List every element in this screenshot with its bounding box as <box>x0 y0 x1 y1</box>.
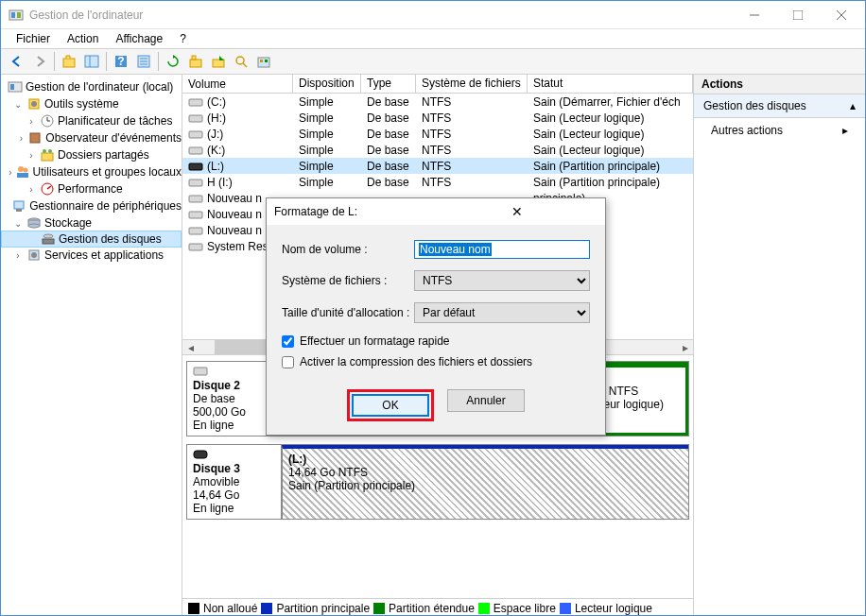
expand-icon[interactable]: › <box>9 167 11 178</box>
vol-type: De base <box>361 128 416 141</box>
disk-3-block: Disque 3 Amovible 14,64 Go En ligne (L:)… <box>186 444 689 520</box>
actions-sub-label: Gestion des disques <box>703 99 806 112</box>
col-status[interactable]: Statut <box>528 75 693 93</box>
legend-label: Espace libre <box>494 602 556 615</box>
vol-name: (C:) <box>207 95 226 109</box>
volume-row[interactable]: (H:)SimpleDe baseNTFSSain (Lecteur logiq… <box>182 110 693 126</box>
svg-rect-53 <box>189 163 202 170</box>
tree-label: Gestion des disques <box>59 232 162 246</box>
minimize-button[interactable] <box>733 1 776 29</box>
filesystem-select[interactable]: NTFS <box>414 270 590 291</box>
tree-shared[interactable]: ›Dossiers partagés <box>1 146 182 163</box>
vol-disp: Simple <box>293 128 361 141</box>
legend-swatch-free <box>478 603 490 614</box>
vol-type: De base <box>361 111 416 125</box>
menu-file[interactable]: Fichier <box>9 30 58 47</box>
disk-3-info[interactable]: Disque 3 Amovible 14,64 Go En ligne <box>187 445 282 519</box>
partition-selected[interactable]: (L:) 14,64 Go NTFS Sain (Partition princ… <box>282 445 688 519</box>
refresh-button[interactable] <box>163 51 183 72</box>
legend: Non alloué Partition principale Partitio… <box>182 598 693 616</box>
expand-icon[interactable]: › <box>18 133 26 144</box>
tree-storage[interactable]: ⌄Stockage <box>1 214 182 231</box>
col-type[interactable]: Type <box>361 75 416 93</box>
expand-icon[interactable]: › <box>12 250 24 261</box>
up-button[interactable] <box>59 51 79 72</box>
menu-action[interactable]: Action <box>60 30 106 47</box>
collapse-icon[interactable]: ⌄ <box>12 218 24 229</box>
tree-diskmgmt[interactable]: Gestion des disques <box>1 231 182 248</box>
maximize-button[interactable] <box>776 1 820 29</box>
svg-point-46 <box>43 234 53 238</box>
vol-stat: Sain (Partition principale) <box>528 176 693 189</box>
properties-button[interactable] <box>133 51 154 72</box>
volume-row[interactable]: (J:)SimpleDe baseNTFSSain (Lecteur logiq… <box>182 126 693 142</box>
vol-name: H (I:) <box>207 176 233 189</box>
part-status: Sain (Partition principale) <box>288 479 415 492</box>
tree-root[interactable]: Gestion de l'ordinateur (local) <box>1 78 182 95</box>
svg-rect-60 <box>194 451 207 458</box>
toolbar-icon-2[interactable] <box>208 51 229 72</box>
collapse-icon[interactable]: ⌄ <box>12 99 24 110</box>
svg-point-48 <box>31 252 37 258</box>
quick-format-checkbox[interactable] <box>282 335 294 348</box>
compression-label: Activer la compression des fichiers et d… <box>300 355 532 368</box>
svg-line-20 <box>243 63 247 67</box>
svg-rect-4 <box>793 10 803 20</box>
svg-rect-17 <box>192 56 196 60</box>
svg-rect-31 <box>30 133 40 143</box>
svg-rect-58 <box>189 244 202 250</box>
volume-name-input[interactable]: Nouveau nom <box>414 240 590 259</box>
col-filesystem[interactable]: Système de fichiers <box>416 75 528 93</box>
volume-row[interactable]: (K:)SimpleDe baseNTFSSain (Lecteur logiq… <box>182 142 693 158</box>
chevron-right-icon: ▸ <box>842 124 848 137</box>
toolbar-icon-1[interactable] <box>185 51 206 72</box>
tree-eventviewer[interactable]: ›Observateur d'événements <box>1 129 182 146</box>
disk-status: En ligne <box>193 502 234 515</box>
back-button[interactable] <box>7 51 27 72</box>
vol-type: De base <box>361 144 416 157</box>
vol-name: Nouveau n <box>207 208 262 221</box>
tree-scheduler[interactable]: ›Planificateur de tâches <box>1 112 182 129</box>
tree-devmgr[interactable]: Gestionnaire de périphériques <box>1 197 182 214</box>
close-button[interactable] <box>820 1 863 29</box>
compression-checkbox[interactable] <box>282 356 294 368</box>
legend-label: Partition étendue <box>389 602 475 615</box>
menu-view[interactable]: Affichage <box>108 30 170 47</box>
col-volume[interactable]: Volume <box>182 75 293 93</box>
tree-label: Utilisateurs et groupes locaux <box>33 165 182 179</box>
tree-services[interactable]: ›Services et applications <box>1 247 182 264</box>
svg-rect-23 <box>265 60 268 62</box>
dialog-close-button[interactable]: ✕ <box>436 204 598 219</box>
legend-swatch-ext <box>373 603 385 614</box>
svg-rect-32 <box>42 153 53 161</box>
svg-rect-51 <box>189 131 202 138</box>
navigation-tree: Gestion de l'ordinateur (local) ⌄Outils … <box>1 75 182 616</box>
toolbar-icon-3[interactable] <box>231 51 251 72</box>
show-hide-tree-button[interactable] <box>81 51 102 72</box>
tree-performance[interactable]: ›Performance <box>1 180 182 197</box>
tree-systools[interactable]: ⌄Outils système <box>1 95 182 112</box>
expand-icon[interactable]: › <box>26 184 37 195</box>
col-disposition[interactable]: Disposition <box>293 75 361 93</box>
allocation-select[interactable]: Par défaut <box>414 302 590 323</box>
help-button[interactable]: ? <box>111 51 131 72</box>
actions-more[interactable]: Autres actions▸ <box>694 118 865 143</box>
menu-help[interactable]: ? <box>172 30 194 47</box>
volume-row[interactable]: (C:)SimpleDe baseNTFSSain (Démarrer, Fic… <box>182 94 693 110</box>
menubar: Fichier Action Affichage ? <box>1 29 865 48</box>
expand-icon[interactable]: › <box>26 150 37 161</box>
cancel-button[interactable]: Annuler <box>447 389 525 412</box>
toolbar-icon-4[interactable] <box>253 51 274 72</box>
disk-title: Disque 3 <box>193 462 240 475</box>
vol-type: De base <box>361 160 416 173</box>
volume-row[interactable]: (L:)SimpleDe baseNTFSSain (Partition pri… <box>182 158 693 174</box>
tree-users[interactable]: ›Utilisateurs et groupes locaux <box>1 163 182 180</box>
actions-subheader[interactable]: Gestion des disques▴ <box>694 94 865 118</box>
vol-fs: NTFS <box>416 95 528 109</box>
disk-status: En ligne <box>193 419 234 432</box>
ok-highlight: OK <box>347 389 434 421</box>
ok-button[interactable]: OK <box>352 394 429 417</box>
forward-button[interactable] <box>29 51 50 72</box>
volume-row[interactable]: H (I:)SimpleDe baseNTFSSain (Partition p… <box>182 174 693 190</box>
expand-icon[interactable]: › <box>26 116 37 127</box>
